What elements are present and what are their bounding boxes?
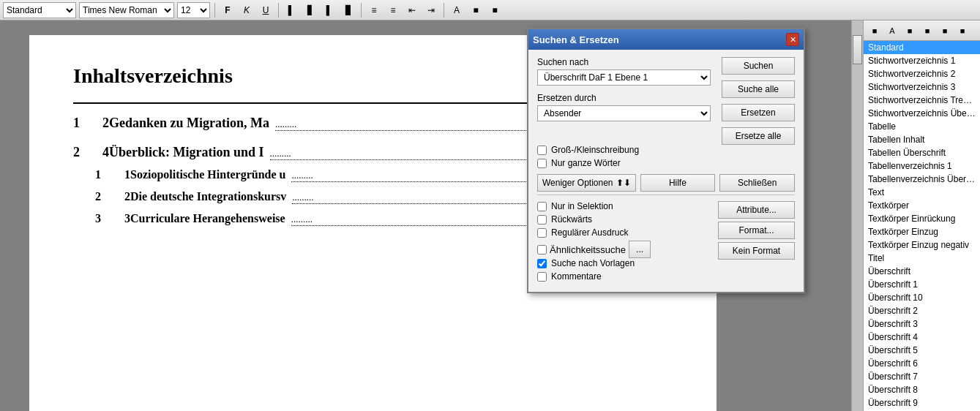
- dialog-bottom-buttons: Weniger Optionen ⬆⬇ Hilfe Schließen: [537, 174, 795, 192]
- gross-label: Groß-/Kleinschreibung: [551, 145, 639, 155]
- search-input-row: Überschrift DaF 1 Ebene 1: [537, 69, 711, 86]
- style-list-item[interactable]: Überschrift 4: [864, 331, 980, 344]
- regulaer-label: Regulärer Ausdruck: [551, 227, 628, 238]
- search-select[interactable]: Überschrift DaF 1 Ebene 1: [537, 69, 711, 86]
- vorlagen-checkbox[interactable]: [537, 259, 547, 268]
- align-left-button[interactable]: ▌: [283, 2, 299, 18]
- suchen-ersetzen-dialog[interactable]: Suchen & Ersetzen ✕ Suchen nach Überschr…: [527, 28, 805, 293]
- style-list-item[interactable]: Überschrift 9: [864, 396, 980, 410]
- dialog-buttons-col: Suchen Suche alle Ersetzen Ersetze alle: [722, 57, 795, 148]
- ersetze-alle-button[interactable]: Ersetze alle: [722, 127, 795, 145]
- extra-options: Nur in Selektion Rückwärts Regulärer Aus…: [537, 195, 795, 284]
- style-list-item[interactable]: Überschrift 1: [864, 278, 980, 291]
- style-list-item[interactable]: Überschrift: [864, 265, 980, 278]
- toolbar-sep-4: [444, 3, 444, 18]
- style-list-item[interactable]: Überschrift 8: [864, 383, 980, 396]
- style-list-item[interactable]: Überschrift 10: [864, 291, 980, 304]
- list-num-button[interactable]: ≡: [385, 2, 401, 18]
- kommentare-row: Kommentare: [537, 271, 712, 282]
- rp-btn-6[interactable]: ■: [954, 23, 970, 39]
- rueckwaerts-checkbox[interactable]: [537, 215, 547, 225]
- entry-text-3: 1Soziopolitische Hintergründe u: [124, 168, 285, 181]
- vertical-scrollbar[interactable]: [851, 20, 863, 411]
- style-list-item[interactable]: Tabelle: [864, 120, 980, 133]
- attribute-button[interactable]: Attribute...: [718, 201, 795, 219]
- style-list-item[interactable]: Stichwortverzeichnis 2: [864, 67, 980, 80]
- style-list-item[interactable]: Stichwortverzeichnis Trenner: [864, 94, 980, 107]
- aehnlichkeit-row: Ähnlichkeitssuche ...: [537, 241, 712, 258]
- scrollbar-thumb[interactable]: [853, 35, 862, 64]
- rueckwaerts-row: Rückwärts: [537, 214, 712, 225]
- replace-select[interactable]: Absender: [537, 105, 711, 121]
- weniger-label: Weniger Optionen: [542, 178, 613, 188]
- align-right-button[interactable]: ▌: [321, 2, 337, 18]
- rp-btn-2[interactable]: A: [884, 23, 900, 39]
- style-list-item[interactable]: Überschrift 5: [864, 344, 980, 357]
- format-button[interactable]: Format...: [718, 222, 795, 239]
- nur-selektion-checkbox[interactable]: [537, 202, 547, 211]
- main-toolbar: Standard Times New Roman 12 F K U ▌ ▋ ▌ …: [0, 0, 980, 20]
- style-list-item[interactable]: Überschrift 3: [864, 317, 980, 331]
- style-list-item[interactable]: Tabellenverzeichnis 1: [864, 159, 980, 173]
- ganze-checkbox-row: Nur ganze Wörter: [537, 158, 795, 168]
- style-list-item[interactable]: Stichwortverzeichnis Überschri: [864, 107, 980, 120]
- ganze-checkbox[interactable]: [537, 159, 547, 168]
- style-select[interactable]: Standard: [3, 2, 76, 18]
- right-panel-toolbar: ■ A ■ ■ ■ ■: [864, 20, 980, 41]
- underline-button[interactable]: U: [258, 2, 274, 18]
- dialog-top-section: Suchen nach Überschrift DaF 1 Ebene 1 Er…: [537, 57, 795, 145]
- ersetzen-button[interactable]: Ersetzen: [722, 104, 795, 121]
- highlight-button[interactable]: ■: [468, 2, 484, 18]
- search-row: Suchen nach Überschrift DaF 1 Ebene 1: [537, 57, 711, 86]
- rp-btn-5[interactable]: ■: [937, 23, 953, 39]
- hilfe-button[interactable]: Hilfe: [640, 174, 716, 192]
- suche-alle-button[interactable]: Suche alle: [722, 80, 795, 98]
- font-select[interactable]: Times New Roman: [79, 2, 174, 18]
- rp-btn-1[interactable]: ■: [867, 23, 883, 39]
- rueckwaerts-label: Rückwärts: [551, 214, 592, 225]
- style-list-item[interactable]: Textkörper Einzug negativ: [864, 238, 980, 252]
- dialog-title: Suchen & Ersetzen: [533, 34, 619, 45]
- style-list-item[interactable]: Überschrift 7: [864, 370, 980, 383]
- align-justify-button[interactable]: ▊: [340, 2, 356, 18]
- style-list-item[interactable]: Überschrift 6: [864, 357, 980, 370]
- style-list-item[interactable]: Textkörper Einrückung: [864, 212, 980, 225]
- font-color-button[interactable]: A: [449, 2, 465, 18]
- toolbar-sep-3: [361, 3, 362, 18]
- style-list-item[interactable]: Stichwortverzeichnis 3: [864, 80, 980, 94]
- regulaer-checkbox[interactable]: [537, 228, 547, 238]
- style-list-item[interactable]: Tabellenverzeichnis Überschrift: [864, 173, 980, 186]
- schliessen-button[interactable]: Schließen: [719, 174, 795, 192]
- aehnlichkeit-label: Ähnlichkeitssuche: [550, 244, 626, 255]
- align-center-button[interactable]: ▋: [302, 2, 318, 18]
- regulaer-row: Regulärer Ausdruck: [537, 227, 712, 238]
- style-list-item[interactable]: Text: [864, 186, 980, 199]
- weniger-optionen-button[interactable]: Weniger Optionen ⬆⬇: [537, 174, 636, 192]
- rp-btn-4[interactable]: ■: [919, 23, 935, 39]
- more-button[interactable]: ■: [487, 2, 503, 18]
- toolbar-sep-1: [214, 3, 215, 18]
- italic-button[interactable]: K: [239, 2, 255, 18]
- style-list-item[interactable]: Stichwortverzeichnis 1: [864, 54, 980, 67]
- style-list-item[interactable]: Tabellen Inhalt: [864, 133, 980, 146]
- kein-format-button[interactable]: Kein Format: [718, 242, 795, 260]
- gross-checkbox[interactable]: [537, 146, 547, 155]
- size-select[interactable]: 12: [177, 2, 210, 18]
- aehnlichkeit-checkbox[interactable]: [537, 245, 547, 254]
- indent-button[interactable]: ⇥: [423, 2, 439, 18]
- kommentare-checkbox[interactable]: [537, 272, 547, 282]
- bold-button[interactable]: F: [220, 2, 236, 18]
- style-list-item[interactable]: Tabellen Überschrift: [864, 146, 980, 159]
- style-list-item[interactable]: Standard: [864, 41, 980, 54]
- outdent-button[interactable]: ⇤: [404, 2, 420, 18]
- aehnlichkeit-dots-button[interactable]: ...: [629, 241, 651, 258]
- dialog-close-button[interactable]: ✕: [786, 33, 799, 46]
- style-list-item[interactable]: Titel: [864, 252, 980, 265]
- style-list-item[interactable]: Überschrift 2: [864, 304, 980, 317]
- replace-label: Ersetzen durch: [537, 93, 711, 103]
- style-list-item[interactable]: Textkörper Einzug: [864, 225, 980, 238]
- suchen-button[interactable]: Suchen: [722, 57, 795, 75]
- style-list-item[interactable]: Textkörper: [864, 199, 980, 212]
- list-bullet-button[interactable]: ≡: [366, 2, 382, 18]
- rp-btn-3[interactable]: ■: [902, 23, 918, 39]
